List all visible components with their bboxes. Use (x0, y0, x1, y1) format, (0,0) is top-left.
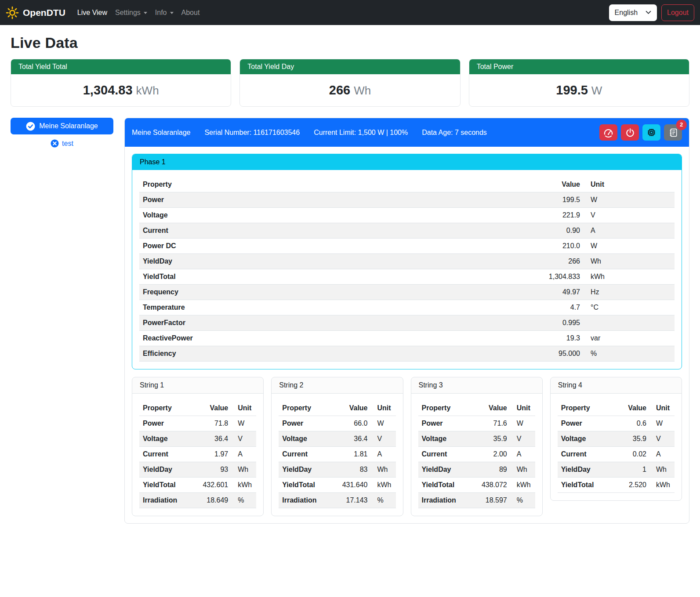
property-cell: Power (418, 416, 474, 431)
table-header-row: PropertyValueUnit (418, 401, 535, 416)
string-1-title: String 1 (132, 377, 263, 394)
unit-cell: W (232, 416, 256, 431)
column-header: Property (279, 401, 334, 416)
summary-card-title: Total Power (469, 59, 689, 74)
property-cell: Voltage (279, 431, 334, 447)
value-cell: 18.597 (474, 493, 511, 508)
table-row: YieldTotal431.640kWh (279, 478, 395, 493)
value-cell: 95.000 (526, 346, 584, 362)
string-1-card: String 1 PropertyValueUnitPower71.8WVolt… (132, 377, 264, 516)
property-cell: YieldDay (139, 254, 526, 269)
table-row: Power DC210.0W (139, 239, 675, 254)
phase-1-body: PropertyValueUnitPower199.5WVoltage221.9… (132, 170, 682, 362)
nav-item-info[interactable]: Info (151, 5, 178, 20)
table-row: Power199.5W (139, 192, 675, 208)
string-2-table: PropertyValueUnitPower66.0WVoltage36.4VC… (279, 401, 395, 508)
value-cell: 1,304.833 (526, 269, 584, 285)
nav-item-about[interactable]: About (178, 5, 204, 20)
phase-1-table: PropertyValueUnitPower199.5WVoltage221.9… (139, 177, 675, 362)
brand[interactable]: OpenDTU (6, 6, 65, 19)
inverter-item-test[interactable]: test (11, 139, 113, 148)
nav-item-settings[interactable]: Settings (111, 5, 151, 20)
property-cell: Power (558, 416, 613, 431)
value-cell: 49.97 (526, 285, 584, 300)
table-row: Temperature4.7°C (139, 300, 675, 315)
logout-button[interactable]: Logout (661, 4, 694, 21)
table-header-row: PropertyValueUnit (558, 401, 675, 416)
property-cell: Irradiation (279, 493, 334, 508)
summary-card-body: 199.5W (469, 74, 689, 106)
dropdown-caret-icon (170, 12, 174, 14)
table-row: YieldTotal1,304.833kWh (139, 269, 675, 285)
unit-cell: V (511, 431, 535, 447)
table-row: YieldTotal2.520kWh (558, 478, 675, 493)
table-row: Current0.02A (558, 447, 675, 462)
property-cell: Current (139, 447, 195, 462)
property-cell: YieldDay (558, 462, 613, 478)
unit-cell: Wh (371, 462, 396, 478)
string-4-title: String 4 (551, 377, 682, 394)
unit-cell: Wh (650, 462, 675, 478)
summary-card-total-power: Total Power 199.5W (469, 59, 689, 107)
property-cell: Voltage (139, 431, 195, 447)
language-select[interactable]: English (609, 4, 657, 21)
property-cell: YieldTotal (139, 269, 526, 285)
nav-item-live-view[interactable]: Live View (73, 5, 111, 20)
content-row: Meine Solaranlage test Meine Solaranlage… (11, 118, 689, 536)
property-cell: Power (139, 416, 195, 431)
summary-card-value: 266 (329, 83, 350, 97)
navbar-right: English Logout (609, 4, 694, 21)
table-row: Current1.81A (279, 447, 395, 462)
event-log-button[interactable]: 2 (664, 124, 682, 141)
string-3-body: PropertyValueUnitPower71.6WVoltage35.9VC… (411, 394, 542, 508)
sun-icon (6, 6, 19, 19)
value-cell: 1.81 (334, 447, 371, 462)
string-4-card: String 4 PropertyValueUnitPower0.6WVolta… (550, 377, 682, 501)
power-toggle-button[interactable] (621, 124, 639, 141)
table-row: Irradiation17.143% (279, 493, 395, 508)
property-cell: Current (279, 447, 334, 462)
column-header: Unit (650, 401, 675, 416)
table-row: Current2.00A (418, 447, 535, 462)
unit-cell: kWh (650, 478, 675, 493)
inverter-meta: Meine Solaranlage Serial Number: 1161716… (132, 129, 487, 137)
summary-card-body: 1,304.83kWh (11, 74, 231, 106)
phase-1-card: Phase 1 PropertyValueUnitPower199.5WVolt… (132, 154, 682, 369)
device-info-button[interactable] (642, 124, 660, 141)
inverter-item-label: test (62, 140, 73, 148)
unit-cell (584, 315, 675, 331)
summary-card-total-yield-total: Total Yield Total 1,304.83kWh (11, 59, 231, 107)
unit-cell: V (371, 431, 396, 447)
unit-cell: kWh (371, 478, 396, 493)
property-cell: Voltage (418, 431, 474, 447)
table-row: Voltage36.4V (279, 431, 395, 447)
unit-cell: W (584, 192, 675, 208)
unit-cell: V (584, 208, 675, 223)
value-cell: 438.072 (474, 478, 511, 493)
property-cell: Voltage (558, 431, 613, 447)
inverter-panel-header: Meine Solaranlage Serial Number: 1161716… (125, 118, 689, 147)
unit-cell: A (511, 447, 535, 462)
summary-card-unit: kWh (136, 84, 159, 97)
summary-card-total-yield-day: Total Yield Day 266Wh (239, 59, 460, 107)
summary-card-value: 1,304.83 (83, 83, 133, 97)
inverter-selected-button[interactable]: Meine Solaranlage (11, 118, 113, 134)
property-cell: Irradiation (418, 493, 474, 508)
value-cell: 17.143 (334, 493, 371, 508)
table-row: Power71.6W (418, 416, 535, 431)
table-row: Voltage36.4V (139, 431, 256, 447)
column-header: Unit (584, 177, 675, 192)
value-cell: 1 (613, 462, 650, 478)
property-cell: YieldTotal (418, 478, 474, 493)
limit-settings-button[interactable] (599, 124, 617, 141)
property-cell: Frequency (139, 285, 526, 300)
string-3-table: PropertyValueUnitPower71.6WVoltage35.9VC… (418, 401, 535, 508)
string-2-title: String 2 (272, 377, 403, 394)
column-header: Value (334, 401, 371, 416)
column-header: Property (139, 177, 526, 192)
column-header: Value (526, 177, 584, 192)
unit-cell: var (584, 331, 675, 346)
table-row: Power71.8W (139, 416, 256, 431)
value-cell: 71.8 (195, 416, 232, 431)
value-cell: 19.3 (526, 331, 584, 346)
